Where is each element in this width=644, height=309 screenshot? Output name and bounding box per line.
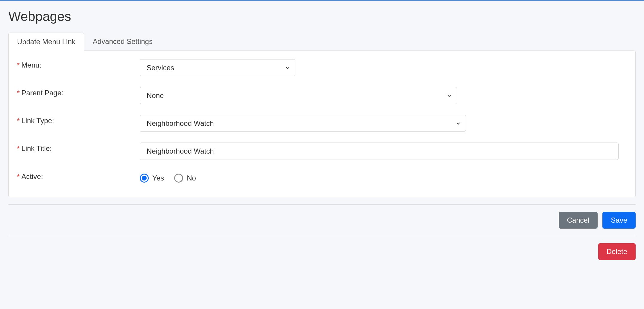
required-marker: * [17,145,20,152]
required-marker: * [17,61,20,69]
label-link-type: * Link Type: [17,115,140,125]
tab-row: Update Menu Link Advanced Settings [8,32,636,51]
tab-advanced-settings[interactable]: Advanced Settings [84,32,161,51]
label-parent-page: * Parent Page: [17,87,140,97]
tab-update-menu-link[interactable]: Update Menu Link [8,33,84,51]
radio-yes[interactable]: Yes [140,174,164,183]
radio-dot-icon [142,176,147,180]
cancel-button[interactable]: Cancel [559,212,598,229]
label-link-type-text: Link Type: [22,117,54,125]
delete-button[interactable]: Delete [598,243,636,260]
form-panel: * Menu: Services * Parent Page: None [8,51,636,197]
divider [8,236,636,236]
label-active-text: Active: [22,172,43,181]
label-link-title-text: Link Title: [22,144,52,153]
radio-yes-label: Yes [152,174,164,182]
link-title-input[interactable] [140,143,619,160]
parent-page-select[interactable]: None [140,87,457,104]
radio-circle-icon [140,174,149,183]
row-link-type: * Link Type: Neighborhood Watch [17,115,627,132]
label-active: * Active: [17,171,140,181]
page-title: Webpages [8,9,636,24]
radio-no-label: No [187,174,196,182]
radio-no[interactable]: No [174,174,196,183]
link-type-select[interactable]: Neighborhood Watch [140,115,466,132]
label-menu-text: Menu: [22,61,42,69]
required-marker: * [17,89,20,97]
button-row-primary: Cancel Save [8,212,636,229]
radio-circle-icon [174,174,183,183]
row-menu: * Menu: Services [17,59,627,76]
button-row-danger: Delete [8,243,636,260]
label-parent-page-text: Parent Page: [22,89,63,97]
required-marker: * [17,173,20,180]
divider [8,204,636,205]
row-link-title: * Link Title: [17,143,627,160]
row-active: * Active: Yes No [17,171,627,183]
row-parent-page: * Parent Page: None [17,87,627,104]
required-marker: * [17,117,20,125]
label-link-title: * Link Title: [17,143,140,153]
active-radio-group: Yes No [140,171,627,183]
label-menu: * Menu: [17,59,140,69]
save-button[interactable]: Save [602,212,636,229]
menu-select[interactable]: Services [140,59,295,76]
